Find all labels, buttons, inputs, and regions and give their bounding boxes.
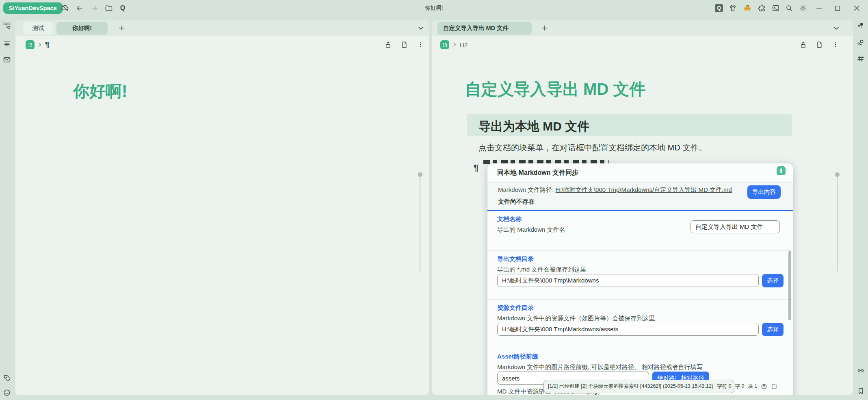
workspace-button[interactable]: SiYuanDevSpace bbox=[3, 2, 63, 14]
assets-dir-input[interactable] bbox=[497, 323, 759, 336]
search-icon[interactable] bbox=[784, 2, 795, 14]
doc-badge-icon[interactable] bbox=[440, 40, 449, 49]
close-button[interactable] bbox=[851, 2, 862, 14]
file-status-text: 文件尚不存在 bbox=[498, 198, 535, 206]
minimize-button[interactable] bbox=[814, 2, 825, 14]
more-kebab-icon[interactable] bbox=[830, 39, 841, 50]
dock-file-tree-icon[interactable] bbox=[1, 20, 13, 31]
doc-name-input[interactable] bbox=[691, 220, 780, 233]
tab-list-chevron-icon[interactable] bbox=[831, 22, 842, 34]
readonly-unlock-icon[interactable] bbox=[382, 39, 394, 50]
export-content-button[interactable]: 导出内容 bbox=[747, 185, 781, 199]
readonly-unlock-icon[interactable] bbox=[797, 39, 809, 50]
dialog-title: 同本地 Markdown 文件同步 bbox=[497, 169, 578, 177]
left-tab-bar: 测试 你好啊! bbox=[15, 20, 429, 36]
window-toolbar: 你好啊! SiYuanDevSpace Q Q bbox=[0, 0, 868, 16]
doc-info-file-icon[interactable] bbox=[398, 39, 410, 50]
dialog-scrollbar[interactable] bbox=[788, 251, 791, 320]
dock-graph-icon[interactable] bbox=[855, 37, 866, 48]
block-gutter-pilcrow[interactable]: ¶ bbox=[474, 163, 478, 173]
quick-search-icon[interactable]: Q bbox=[117, 2, 128, 14]
status-message: [1/1] 已经创建 [2] 个块级元素的搜索索引 [443262f] (202… bbox=[548, 383, 713, 390]
left-scroll-knob[interactable] bbox=[418, 172, 422, 177]
left-scroll-track[interactable] bbox=[420, 177, 420, 272]
terminal-icon[interactable] bbox=[770, 2, 781, 14]
dialog-message-section: Markdown 文件路径: H:\临时文件夹\000 Tmp\Markdown… bbox=[487, 182, 793, 211]
breadcrumb: ¶ bbox=[26, 40, 50, 50]
field-desc-export-dir: 导出的 *.md 文件会被保存到这里 bbox=[497, 266, 586, 274]
right-doc-title[interactable]: 自定义导入导出 MD 文件 bbox=[465, 78, 645, 100]
field-label-doc-name: 文档名称 bbox=[497, 215, 522, 223]
recent-docs-folder-icon[interactable] bbox=[103, 2, 115, 14]
plugins-puzzle-icon[interactable] bbox=[756, 2, 768, 14]
dock-inbox-mail-icon[interactable] bbox=[1, 54, 13, 65]
new-tab-button[interactable] bbox=[116, 22, 128, 34]
markdown-path-link[interactable]: H:\临时文件夹\000 Tmp\Markdowns/自定义导入导出 MD 文件… bbox=[556, 186, 732, 193]
dialog-blue-rule bbox=[487, 210, 793, 211]
maximize-button[interactable] bbox=[832, 2, 843, 14]
tab-ceshi[interactable]: 测试 bbox=[23, 22, 53, 35]
dock-outline-icon[interactable] bbox=[1, 38, 13, 49]
export-dir-select-button[interactable]: 选择 bbox=[762, 274, 784, 287]
right-scroll-track[interactable] bbox=[837, 177, 838, 272]
right-editor-pane: 自定义导入导出 MD 文件 H2 自定义导入导出 MD 文件 导出为本地 MD … bbox=[432, 20, 853, 395]
word-count: 字 0 bbox=[735, 383, 745, 390]
sync-markdown-dialog: 同本地 Markdown 文件同步 Markdown 文件路径: H:\临时文件… bbox=[487, 163, 793, 395]
breadcrumb: H2 bbox=[440, 40, 468, 50]
new-tab-button[interactable] bbox=[539, 22, 550, 34]
sync-cloud-off-icon[interactable] bbox=[59, 2, 71, 14]
dock-tag-icon[interactable] bbox=[1, 373, 13, 384]
assets-dir-select-button[interactable]: 选择 bbox=[762, 323, 784, 336]
section-heading[interactable]: 导出为本地 MD 文件 bbox=[478, 118, 589, 135]
left-editor-pane: 测试 你好啊! ¶ 你好啊! bbox=[15, 20, 429, 395]
dock-emoji-icon[interactable] bbox=[1, 387, 13, 398]
chevron-right-icon bbox=[37, 42, 43, 48]
block-count: 块 1 bbox=[748, 383, 758, 390]
doc-badge-icon[interactable] bbox=[26, 40, 35, 49]
field-desc-assets-dir: Markdown 文件中的资源文件（如图片等）会被保存到这里 bbox=[497, 315, 655, 322]
breadcrumb-block[interactable]: H2 bbox=[460, 41, 468, 48]
tab-list-chevron-icon[interactable] bbox=[415, 22, 426, 34]
tab-nihaoa[interactable]: 你好啊! bbox=[56, 22, 108, 35]
help-icon[interactable] bbox=[761, 383, 767, 390]
dock-tag-hash-icon[interactable] bbox=[855, 53, 866, 64]
export-dir-input[interactable] bbox=[497, 274, 759, 287]
theme-light-sun-icon[interactable] bbox=[797, 2, 809, 14]
plugin-q-badge-icon[interactable]: Q bbox=[713, 2, 725, 14]
dock-link-icon[interactable] bbox=[855, 365, 866, 376]
left-doc-heading[interactable]: 你好啊! bbox=[73, 80, 127, 102]
exit-focus-icon[interactable] bbox=[771, 383, 777, 390]
forward-icon[interactable] bbox=[89, 2, 100, 14]
field-desc-asset-prefix: Markdown 文件中的图片路径前缀, 可以是绝对路径、 相对路径或者自行填写 bbox=[497, 363, 703, 371]
dock-backlinks-icon[interactable] bbox=[855, 20, 866, 31]
dialog-corner-button[interactable] bbox=[777, 166, 786, 175]
right-tab-bar: 自定义导入导出 MD 文件 bbox=[432, 20, 853, 36]
field-label-export-dir: 导出文档目录 bbox=[497, 255, 534, 263]
theme-shirt-icon[interactable] bbox=[727, 2, 738, 14]
right-scroll-knob[interactable] bbox=[835, 172, 840, 177]
doc-paragraph[interactable]: 点击文档的块菜单，在对话框中配置文档绑定的本地 MD 文件。 bbox=[478, 142, 707, 153]
field-label-assets-dir: 资源文件目录 bbox=[497, 304, 534, 312]
more-kebab-icon[interactable] bbox=[415, 39, 426, 50]
back-icon[interactable] bbox=[74, 2, 85, 14]
breadcrumb-block[interactable]: ¶ bbox=[45, 40, 50, 49]
status-message-popup: [1/1] 已经创建 [2] 个块级元素的搜索索引 [443262f] (202… bbox=[543, 380, 734, 393]
field-label-asset-prefix: Asset路径前缀 bbox=[497, 353, 538, 361]
markdown-path-label: Markdown 文件路径: bbox=[498, 186, 556, 193]
dock-bookmark-icon[interactable] bbox=[855, 385, 866, 397]
char-count: 字符 0 bbox=[717, 383, 731, 390]
tab-custom-export[interactable]: 自定义导入导出 MD 文件 bbox=[437, 22, 532, 35]
field-desc-doc-name: 导出的 Markdown 文件名 bbox=[497, 226, 565, 234]
toolbox-icon[interactable] bbox=[742, 2, 753, 14]
chevron-right-icon bbox=[452, 42, 457, 48]
doc-info-file-icon[interactable] bbox=[814, 39, 825, 50]
